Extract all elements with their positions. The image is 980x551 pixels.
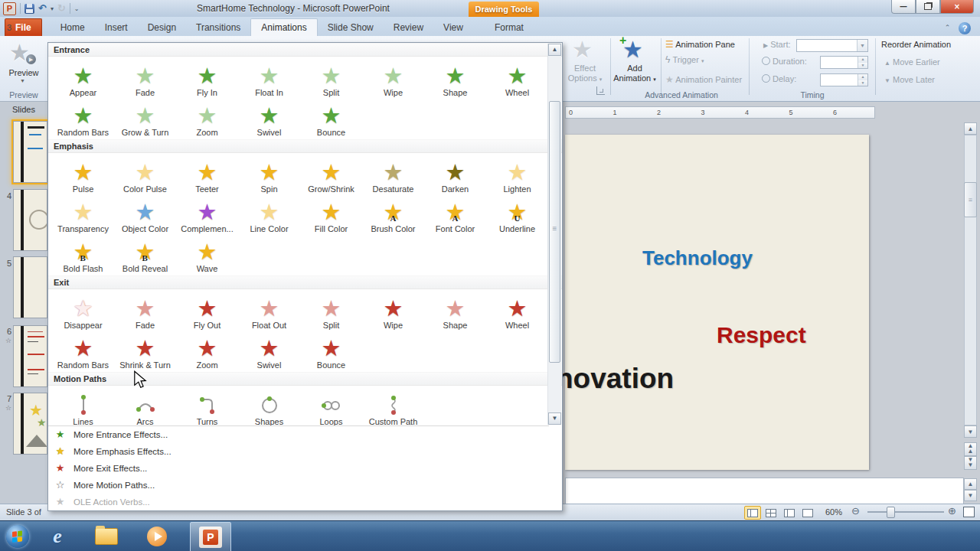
animation-effect[interactable]: ★ Wheel (486, 58, 548, 98)
animation-effect[interactable]: ★ Zoom (176, 331, 238, 370)
animation-effect[interactable]: ★ Bounce (300, 98, 362, 138)
animation-effect[interactable]: ★ Disappear (52, 291, 114, 331)
minimize-ribbon-icon[interactable]: ⌃ (942, 23, 952, 33)
animation-effect[interactable]: ★ Shrink & Turn (114, 331, 176, 370)
more-exit-effects-item[interactable]: ★ More Exit Effects... (48, 460, 549, 477)
powerpoint-app-icon[interactable]: P (3, 2, 16, 15)
animation-effect[interactable]: ★ Wave (176, 234, 238, 274)
animation-effect[interactable]: ★ Transparency (52, 194, 114, 234)
animation-effect[interactable]: ★ Split (300, 58, 362, 98)
animation-effect[interactable]: ★ Swivel (238, 98, 300, 138)
zoom-slider-thumb[interactable] (887, 507, 895, 518)
slide-text-technology[interactable]: Technology (642, 246, 753, 270)
start-dropdown[interactable]: ▼ (796, 39, 868, 52)
zoom-out-icon[interactable]: ⊖ (851, 505, 860, 517)
notes-pane[interactable] (565, 478, 964, 504)
more-emphasis-effects-item[interactable]: ★ More Emphasis Effects... (48, 443, 549, 460)
preview-button[interactable]: Preview (0, 68, 47, 78)
animation-effect[interactable]: ★ Wipe (362, 58, 424, 98)
more-entrance-effects-item[interactable]: ★ More Entrance Effects... (48, 426, 549, 443)
animation-effect[interactable]: ★ Random Bars (52, 98, 114, 138)
scroll-up-button[interactable]: ▲ (964, 122, 977, 135)
animation-effect[interactable]: ★ Grow & Turn (114, 98, 176, 138)
slide-sorter-button[interactable] (763, 506, 779, 520)
ribbon-tab[interactable]: Transitions (186, 19, 250, 36)
animation-effect[interactable]: ★ Appear (52, 58, 114, 98)
animation-effect[interactable]: ★ Teeter (176, 155, 238, 194)
start-button[interactable] (5, 524, 31, 549)
animation-effect[interactable]: Shapes (238, 387, 300, 427)
ribbon-tab[interactable]: Animations (250, 18, 317, 36)
animation-effect[interactable]: ★ Swivel (238, 331, 300, 370)
animation-effect[interactable]: ★ Split (300, 291, 362, 331)
zoom-level[interactable]: 60% (825, 507, 842, 517)
spin-buttons[interactable]: ▲▼ (858, 74, 867, 86)
gallery-scrollbar-thumb[interactable] (549, 101, 560, 363)
animation-effect[interactable]: ★ Zoom (176, 98, 238, 138)
ribbon-tab[interactable]: View (433, 19, 473, 36)
animation-effect[interactable]: ★ U Underline (486, 194, 548, 234)
slide-text-respect[interactable]: Respect (717, 322, 806, 348)
close-button[interactable]: × (940, 0, 974, 14)
animation-effect[interactable]: ★ A Font Color (424, 194, 486, 234)
vertical-scrollbar-thumb[interactable] (964, 182, 977, 217)
animation-effect[interactable]: ★ Pulse (52, 155, 114, 194)
undo-dropdown-icon[interactable]: ▾ (51, 5, 54, 12)
animation-effect[interactable]: ★ Float Out (238, 291, 300, 331)
customize-qat-icon[interactable]: ⌄ (74, 5, 80, 12)
animation-effect[interactable]: ★ B Bold Flash (52, 234, 114, 274)
scroll-down-button[interactable]: ▼ (964, 425, 977, 438)
animation-effect[interactable]: Loops (300, 387, 362, 427)
slide-thumbnail-7[interactable]: ★ ★ (13, 393, 47, 455)
duration-spinner[interactable]: ▲▼ (820, 56, 868, 69)
animation-effect[interactable]: ★ Wheel (486, 291, 548, 331)
spin-buttons[interactable]: ▲▼ (858, 57, 867, 68)
animation-effect[interactable]: ★ Wipe (362, 291, 424, 331)
more-motion-paths-item[interactable]: ☆ More Motion Paths... (48, 477, 549, 494)
add-animation-button[interactable]: Add Animation ▾ (610, 64, 659, 84)
ribbon-tab[interactable]: Slide Show (318, 19, 384, 36)
animation-effect[interactable]: ★ Fly In (176, 58, 238, 98)
slide-thumbnail-3[interactable] (13, 121, 47, 183)
animation-effect[interactable]: ★ Float In (238, 58, 300, 98)
next-slide-button[interactable]: ▼▼ (964, 456, 977, 470)
notes-scroll-up-button[interactable]: ▲ (964, 478, 977, 490)
slide-canvas[interactable] (565, 135, 869, 470)
help-icon[interactable]: ? (959, 22, 971, 34)
ribbon-tab[interactable]: Insert (95, 19, 138, 36)
normal-view-button[interactable] (744, 506, 761, 520)
vertical-scrollbar-track[interactable] (964, 135, 977, 425)
animation-effect[interactable]: ★ A Brush Color (362, 194, 424, 234)
fit-to-window-icon[interactable] (963, 507, 975, 517)
undo-icon[interactable]: ↶ (38, 3, 47, 14)
notes-scroll-down-button[interactable]: ▼ (964, 490, 977, 501)
animation-effect[interactable]: ★ Darken (424, 155, 486, 194)
gallery-scrollbar[interactable]: ▲ ▼ (547, 44, 561, 425)
zoom-slider-track[interactable] (867, 511, 944, 513)
slide-text-innovation[interactable]: novation (556, 363, 674, 395)
animation-effect[interactable]: Turns (176, 387, 238, 427)
animation-pane-button[interactable]: ☰ Animation Pane (665, 40, 735, 50)
animation-effect[interactable]: ★ Fade (114, 58, 176, 98)
previous-slide-button[interactable]: ▲▲ (964, 442, 977, 456)
save-icon[interactable] (24, 4, 34, 14)
animation-effect[interactable]: ★ Line Color (238, 194, 300, 234)
animation-effect[interactable]: ★ Fly Out (176, 291, 238, 331)
ribbon-tab[interactable]: Home (51, 19, 95, 36)
animation-effect[interactable]: ★ Complemen... (176, 194, 238, 234)
powerpoint-taskbar-button[interactable]: P (190, 522, 231, 551)
animation-effect[interactable]: Arcs (114, 387, 176, 427)
animation-effect[interactable]: ★ B Bold Reveal (114, 234, 176, 274)
slideshow-view-button[interactable] (799, 506, 816, 520)
zoom-in-icon[interactable]: ⊕ (948, 505, 956, 517)
animation-effect[interactable]: ★ Spin (238, 155, 300, 194)
internet-explorer-icon[interactable]: e (44, 524, 70, 549)
animation-effect[interactable]: ★ Desaturate (362, 155, 424, 194)
gallery-scroll-down-button[interactable]: ▼ (548, 412, 561, 425)
ribbon-tab[interactable]: Design (138, 19, 186, 36)
slides-tab[interactable]: Slides (0, 105, 47, 114)
animation-effect[interactable]: Lines (52, 387, 114, 427)
slide-thumbnail-6[interactable] (13, 325, 47, 387)
animation-effect[interactable]: ★ Color Pulse (114, 155, 176, 194)
restore-button[interactable] (916, 0, 940, 14)
